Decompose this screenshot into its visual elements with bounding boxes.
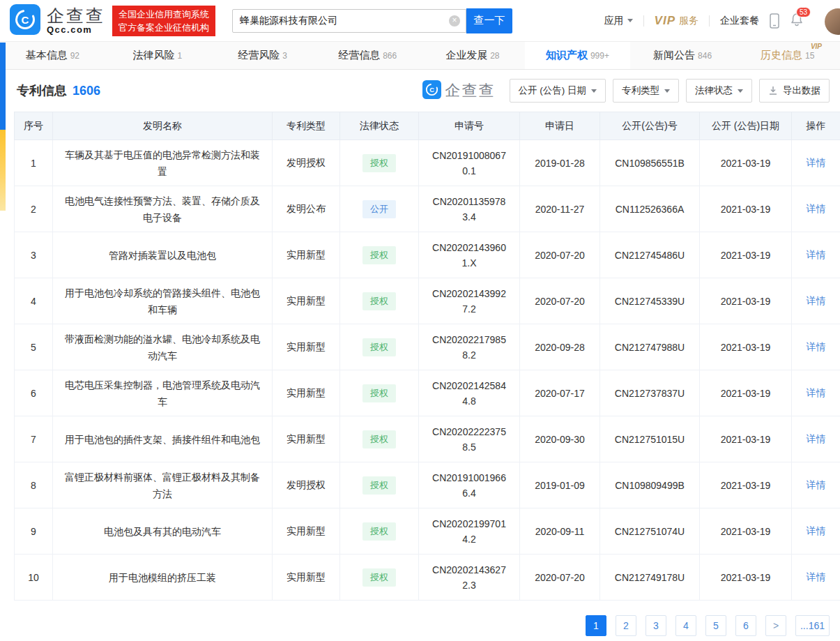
detail-link[interactable]: 详情 — [807, 433, 826, 444]
tab-history-info[interactable]: 历史信息 15 VIP — [735, 42, 840, 69]
notification-count-badge: 53 — [796, 7, 811, 17]
tab-news[interactable]: 新闻公告 846 — [630, 42, 735, 69]
table-row: 7 用于电池包的插件支架、插接件组件和电池包 实用新型 授权 CN2020222… — [15, 416, 840, 462]
status-badge: 授权 — [362, 476, 396, 495]
cell-index: 7 — [15, 416, 53, 462]
detail-link[interactable]: 详情 — [807, 157, 826, 168]
page-last[interactable]: ...161 — [795, 615, 830, 636]
cell-publication-number: CN212737837U — [600, 370, 700, 416]
cell-application-date: 2020-09-11 — [520, 508, 600, 555]
page-4[interactable]: 4 — [675, 615, 696, 636]
detail-link[interactable]: 详情 — [807, 249, 826, 260]
cell-index: 10 — [15, 555, 53, 601]
notification-bell[interactable]: 53 — [790, 13, 804, 29]
top-nav: 应用 VIP 服务 企业套餐 — [604, 13, 840, 29]
patent-name-link[interactable]: 车辆及其基于电压值的电池异常检测方法和装置 — [53, 140, 273, 186]
qcc-logo[interactable]: C 企查查 Qcc.com — [10, 4, 105, 38]
cell-action: 详情 — [792, 232, 840, 278]
column-header: 申请日 — [520, 112, 600, 140]
chevron-down-icon — [738, 89, 743, 93]
filter-publication-date[interactable]: 公开 (公告) 日期 — [510, 79, 606, 103]
detail-link[interactable]: 详情 — [807, 341, 826, 352]
cell-legal-status: 授权 — [340, 462, 419, 508]
patent-name-link[interactable]: 用于电池包冷却系统的管路接头组件、电池包和车辆 — [53, 278, 273, 324]
page-1[interactable]: 1 — [586, 615, 606, 636]
divider — [643, 15, 644, 27]
cell-application-number: CN202021439927.2 — [419, 278, 520, 324]
search-box: × — [232, 9, 466, 33]
search-input[interactable] — [233, 15, 466, 27]
status-badge: 公开 — [362, 200, 396, 218]
pagination: 123456>...161 — [0, 615, 830, 636]
vip-tag: VIP — [811, 43, 822, 50]
mobile-phone-icon[interactable] — [770, 13, 779, 29]
page-5[interactable]: 5 — [705, 615, 726, 636]
cell-publication-date: 2021-03-19 — [700, 186, 792, 232]
patent-name-link[interactable]: 电芯电压采集控制器，电池管理系统及电动汽车 — [53, 370, 273, 416]
section-header: 专利信息 1606 C 企查查 公开 (公告) 日期 专利类型 法律状态 — [0, 70, 840, 112]
patent-name-link[interactable]: 用于电池包的插件支架、插接件组件和电池包 — [53, 416, 273, 462]
tab-company-development[interactable]: 企业发展 28 — [420, 42, 526, 69]
detail-link[interactable]: 详情 — [807, 387, 826, 398]
cell-patent-type: 实用新型 — [273, 555, 340, 601]
table-row: 8 富锂正极材料前驱体、富锂正极材料及其制备方法 发明授权 授权 CN20191… — [15, 462, 840, 508]
export-button[interactable]: 导出数据 — [759, 79, 830, 103]
status-badge: 授权 — [362, 568, 396, 587]
cell-publication-date: 2021-03-19 — [700, 416, 792, 462]
detail-link[interactable]: 详情 — [807, 479, 826, 490]
tab-operation-risk[interactable]: 经营风险 3 — [210, 42, 315, 69]
page-6[interactable]: 6 — [735, 615, 756, 636]
nav-enterprise-package[interactable]: 企业套餐 — [720, 15, 759, 27]
tab-intellectual-property[interactable]: 知识产权 999+ — [525, 42, 630, 69]
detail-link[interactable]: 详情 — [807, 525, 826, 536]
patent-name-link[interactable]: 带液面检测功能的溢水罐、电池冷却系统及电动汽车 — [53, 324, 273, 370]
tab-count: 3 — [282, 51, 287, 61]
status-badge: 授权 — [362, 430, 396, 448]
filter-patent-type[interactable]: 专利类型 — [613, 79, 679, 103]
nav-apps[interactable]: 应用 — [604, 15, 633, 27]
patent-name-link[interactable]: 管路对插装置以及电池包 — [53, 232, 273, 278]
detail-link[interactable]: 详情 — [807, 295, 826, 306]
cell-application-date: 2020-09-30 — [520, 416, 600, 462]
cell-patent-type: 实用新型 — [273, 508, 340, 555]
tab-basic-info[interactable]: 基本信息 92 — [0, 42, 105, 69]
cell-index: 4 — [15, 278, 53, 324]
cell-action: 详情 — [792, 555, 840, 601]
vip-service-label: 服务 — [679, 15, 698, 27]
page-next[interactable]: > — [765, 615, 786, 636]
patent-name-link[interactable]: 富锂正极材料前驱体、富锂正极材料及其制备方法 — [53, 462, 273, 508]
patent-name-link[interactable]: 用于电池模组的挤压工装 — [53, 555, 273, 601]
cell-application-number: CN201910080670.1 — [419, 140, 520, 186]
patent-name-link[interactable]: 电池包及具有其的电动汽车 — [53, 508, 273, 555]
cell-patent-type: 实用新型 — [273, 370, 340, 416]
filter-legal-status[interactable]: 法律状态 — [686, 79, 752, 103]
detail-link[interactable]: 详情 — [807, 571, 826, 582]
tab-label: 经营风险 — [238, 49, 280, 62]
tab-label: 经营信息 — [338, 49, 380, 62]
top-bar: C 企查查 Qcc.com 全国企业信用查询系统 官方备案企业征信机构 × 查一… — [0, 0, 840, 42]
qcc-logo-text: 企查查 Qcc.com — [47, 6, 105, 35]
cell-publication-number: CN212749178U — [600, 555, 700, 601]
nav-vip-service[interactable]: VIP 服务 — [655, 14, 698, 28]
detail-link[interactable]: 详情 — [807, 203, 826, 214]
column-header: 公开(公告)号 — [600, 112, 700, 140]
table-row: 5 带液面检测功能的溢水罐、电池冷却系统及电动汽车 实用新型 授权 CN2020… — [15, 324, 840, 370]
cell-application-number: CN201910019666.4 — [419, 462, 520, 508]
cell-index: 2 — [15, 186, 53, 232]
page-3[interactable]: 3 — [646, 615, 666, 636]
cell-legal-status: 公开 — [340, 186, 419, 232]
search-button[interactable]: 查一下 — [466, 8, 512, 33]
cell-action: 详情 — [792, 508, 840, 555]
patent-name-link[interactable]: 电池电气连接性预警方法、装置、存储介质及电子设备 — [53, 186, 273, 232]
filter-button-label: 公开 (公告) 日期 — [519, 84, 587, 97]
chevron-down-icon — [627, 19, 633, 22]
filter-button-label: 法律状态 — [695, 84, 733, 97]
brand-name: 企查查 — [47, 6, 105, 24]
cell-action: 详情 — [792, 462, 840, 508]
page-2[interactable]: 2 — [616, 615, 636, 636]
clear-icon[interactable]: × — [449, 15, 460, 27]
column-header: 专利类型 — [273, 112, 340, 140]
tab-legal-risk[interactable]: 法律风险 1 — [105, 42, 211, 69]
tab-operation-info[interactable]: 经营信息 866 — [315, 42, 420, 69]
filter-buttons: 公开 (公告) 日期 专利类型 法律状态 — [510, 79, 753, 103]
